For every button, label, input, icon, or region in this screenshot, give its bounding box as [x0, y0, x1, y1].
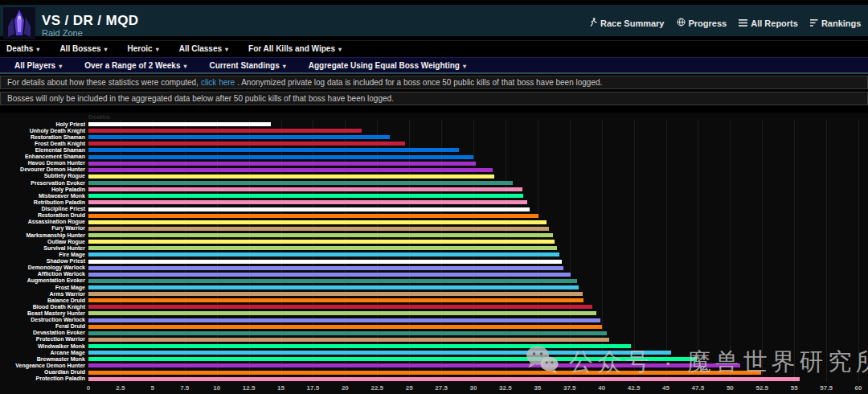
category-label-holy-paladin: Holy Paladin: [2, 187, 85, 193]
globe-icon: [677, 18, 686, 28]
list-icon: [739, 18, 747, 28]
filter-label: Deaths: [6, 44, 33, 53]
gridline: [409, 120, 410, 382]
filter-label: Current Standings: [210, 61, 280, 70]
category-label-outlaw-rogue: Outlaw Rogue: [2, 239, 85, 245]
filter-all-players[interactable]: All Players▾: [14, 61, 62, 70]
nav-race-summary[interactable]: Race Summary: [589, 18, 665, 28]
gridline: [570, 120, 571, 382]
nav-progress[interactable]: Progress: [677, 18, 727, 28]
bar-guardian-druid: [88, 371, 761, 375]
bar-vengeance-demon-hunter: [88, 363, 740, 367]
filter-deaths[interactable]: Deaths▾: [6, 44, 39, 53]
category-label-unholy-death-knight: Unholy Death Knight: [2, 128, 85, 134]
category-label-enhancement-shaman: Enhancement Shaman: [2, 154, 85, 160]
filter-label: Over a Range of 2 Weeks: [84, 61, 180, 70]
category-label-feral-druid: Feral Druid: [2, 323, 85, 330]
category-label-arcane-mage: Arcane Mage: [2, 350, 85, 356]
bar-affliction-warlock: [88, 273, 571, 277]
raid-zone-logo[interactable]: [3, 7, 35, 39]
category-label-brewmaster-monk: Brewmaster Monk: [2, 356, 85, 363]
filter-label: All Bosses: [59, 44, 100, 53]
x-axis-tick-label: 20: [342, 384, 349, 392]
chevron-down-icon: ▾: [183, 63, 186, 70]
gridline: [538, 120, 538, 382]
page-subtitle: Raid Zone: [42, 28, 83, 38]
bar-windwalker-monk: [88, 344, 631, 348]
x-axis-tick-label: 0: [87, 384, 90, 392]
bar-protection-warrior: [88, 338, 609, 342]
chevron-down-icon: ▾: [36, 46, 39, 53]
bar-beast-mastery-hunter: [88, 311, 596, 315]
rankings-icon: [810, 18, 818, 28]
click-here-link[interactable]: click here: [201, 78, 235, 87]
filter-label: Aggregate Using Equal Boss Weighting: [309, 61, 460, 70]
category-label-destruction-warlock: Destruction Warlock: [2, 317, 85, 323]
nav-all-reports[interactable]: All Reports: [739, 18, 798, 28]
bar-fire-mage: [88, 252, 559, 257]
gridline: [762, 120, 763, 382]
category-label-marksmanship-hunter: Marksmanship Hunter: [2, 232, 85, 239]
category-label-demonology-warlock: Demonology Warlock: [2, 265, 85, 271]
category-label-restoration-shaman: Restoration Shaman: [2, 134, 85, 141]
filter-label: All Classes: [179, 44, 222, 53]
filter-for-all-kills-and-wipes[interactable]: For All Kills and Wipes▾: [248, 44, 342, 53]
category-label-assassination-rogue: Assassination Rogue: [2, 219, 85, 225]
category-label-subtlety-rogue: Subtlety Rogue: [2, 173, 85, 179]
bar-protection-paladin: [88, 377, 800, 381]
chevron-down-icon: ▾: [225, 46, 228, 53]
filter-aggregate-using-equal-boss-weighting[interactable]: Aggregate Using Equal Boss Weighting▾: [309, 61, 466, 70]
x-axis-tick-label: 10: [213, 384, 220, 392]
notice-statistics-info: For details about how these statistics w…: [0, 76, 868, 89]
gridline: [153, 120, 154, 382]
bar-brewmaster-monk: [88, 357, 697, 361]
bar-survival-hunter: [88, 246, 557, 250]
chevron-down-icon: ▾: [338, 46, 342, 53]
gridline: [602, 120, 603, 382]
category-label-fire-mage: Fire Mage: [2, 252, 85, 258]
bar-arms-warrior: [88, 292, 583, 296]
category-label-protection-warrior: Protection Warrior: [2, 336, 85, 343]
filter-all-classes[interactable]: All Classes▾: [179, 44, 228, 53]
bar-destruction-warlock: [88, 318, 600, 322]
filter-over-a-range-of-2-weeks[interactable]: Over a Range of 2 Weeks▾: [84, 61, 186, 70]
bar-mistweaver-monk: [88, 194, 523, 198]
nav-label: All Reports: [751, 18, 798, 28]
bar-shadow-priest: [88, 260, 562, 264]
filter-heroic[interactable]: Heroic▾: [128, 44, 159, 53]
bar-devastation-evoker: [88, 331, 607, 335]
filter-all-bosses[interactable]: All Bosses▾: [59, 44, 107, 53]
category-label-beast-mastery-hunter: Beast Mastery Hunter: [2, 310, 85, 317]
chevron-down-icon: ▾: [283, 63, 286, 70]
x-axis-tick-label: 17.5: [307, 384, 320, 392]
category-label-restoration-druid: Restoration Druid: [2, 212, 85, 219]
x-axis-tick-label: 7.5: [180, 384, 189, 392]
filter-label: All Players: [14, 61, 55, 70]
gridline: [666, 120, 667, 382]
chevron-down-icon: ▾: [156, 46, 159, 53]
x-axis-tick-label: 45: [662, 384, 669, 392]
bar-blood-death-knight: [88, 305, 592, 309]
category-label-havoc-demon-hunter: Havoc Demon Hunter: [2, 160, 85, 166]
bar-discipline-priest: [88, 207, 530, 211]
category-label-augmentation-evoker: Augmentation Evoker: [2, 277, 85, 284]
bar-fury-warrior: [88, 227, 549, 231]
gridline: [506, 120, 506, 382]
nav-rankings[interactable]: Rankings: [810, 18, 862, 28]
category-label-survival-hunter: Survival Hunter: [2, 245, 85, 252]
filter-current-standings[interactable]: Current Standings▾: [210, 61, 286, 70]
x-axis-tick-label: 32.5: [499, 384, 512, 392]
chevron-down-icon: ▾: [463, 63, 466, 70]
bar-balance-druid: [88, 298, 583, 302]
gridline: [441, 120, 442, 382]
nav-label: Rankings: [821, 18, 862, 28]
category-label-frost-mage: Frost Mage: [2, 285, 85, 291]
nav-label: Race Summary: [600, 18, 665, 28]
x-axis-tick-label: 40: [598, 384, 605, 392]
gridline: [377, 120, 378, 382]
gridline: [185, 120, 186, 382]
gridline: [345, 120, 346, 382]
nav-label: Progress: [689, 18, 727, 28]
x-axis-tick-label: 50: [727, 384, 734, 392]
x-axis-tick-label: 30: [470, 384, 477, 392]
